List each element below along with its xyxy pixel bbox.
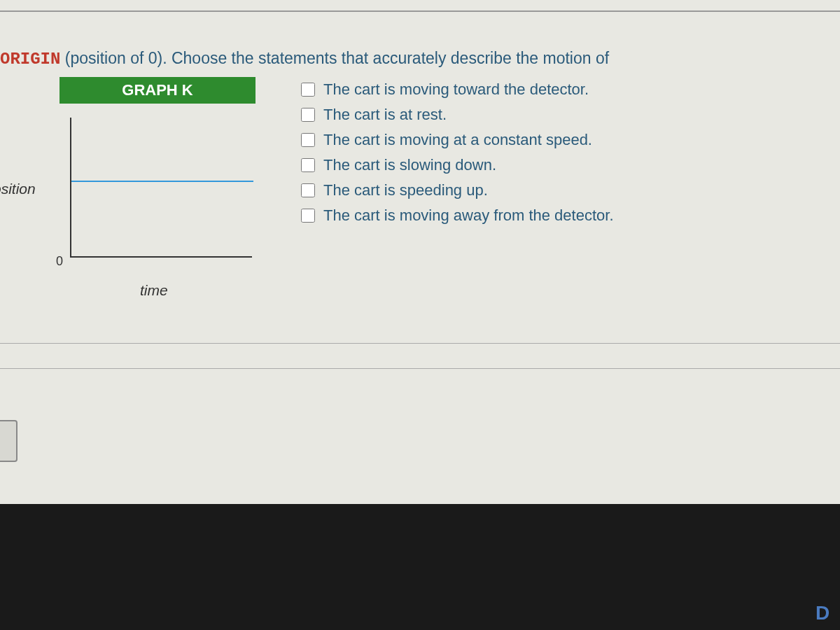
content-area: ORIGIN (position of 0). Choose the state… — [0, 42, 840, 293]
graph-title: GRAPH K — [59, 77, 255, 104]
divider-line — [0, 368, 840, 369]
origin-word: ORIGIN — [0, 50, 60, 69]
choice-checkbox-2[interactable] — [301, 133, 315, 147]
x-axis-label: time — [140, 282, 168, 299]
divider-line — [0, 343, 840, 344]
choice-item: The cart is moving at a constant speed. — [301, 131, 614, 149]
choice-label[interactable]: The cart is at rest. — [323, 106, 447, 124]
graph-data-line — [71, 181, 253, 182]
graph-axes — [70, 118, 252, 258]
choice-checkbox-1[interactable] — [301, 108, 315, 122]
choice-item: The cart is slowing down. — [301, 156, 614, 174]
choices-section: The cart is moving toward the detector. … — [294, 77, 614, 232]
main-content: GRAPH K osition 0 time The cart is movin… — [0, 77, 840, 286]
choice-item: The cart is at rest. — [301, 106, 614, 124]
top-divider — [0, 10, 840, 12]
bottom-bar — [0, 504, 840, 630]
graph-container: osition 0 time — [0, 111, 294, 286]
choice-item: The cart is speeding up. — [301, 181, 614, 200]
choice-checkbox-4[interactable] — [301, 183, 315, 197]
question-suffix: (position of 0). Choose the statements t… — [60, 49, 609, 67]
bottom-dividers — [0, 343, 840, 393]
choice-checkbox-0[interactable] — [301, 83, 315, 97]
choice-label[interactable]: The cart is moving at a constant speed. — [323, 131, 592, 149]
side-panel-toggle[interactable] — [0, 420, 18, 462]
choice-label[interactable]: The cart is moving away from the detecto… — [323, 206, 614, 225]
choice-checkbox-3[interactable] — [301, 158, 315, 172]
choice-label[interactable]: The cart is speeding up. — [323, 181, 488, 200]
choice-checkbox-5[interactable] — [301, 209, 315, 223]
origin-label: 0 — [56, 254, 63, 269]
y-axis-label: osition — [0, 181, 36, 197]
corner-icon: D — [816, 602, 836, 623]
choice-label[interactable]: The cart is moving toward the detector. — [323, 80, 589, 99]
choice-item: The cart is moving away from the detecto… — [301, 206, 614, 225]
graph-section: GRAPH K osition 0 time — [0, 77, 294, 286]
question-text: ORIGIN (position of 0). Choose the state… — [0, 49, 840, 69]
choice-label[interactable]: The cart is slowing down. — [323, 156, 496, 174]
choice-item: The cart is moving toward the detector. — [301, 80, 614, 99]
